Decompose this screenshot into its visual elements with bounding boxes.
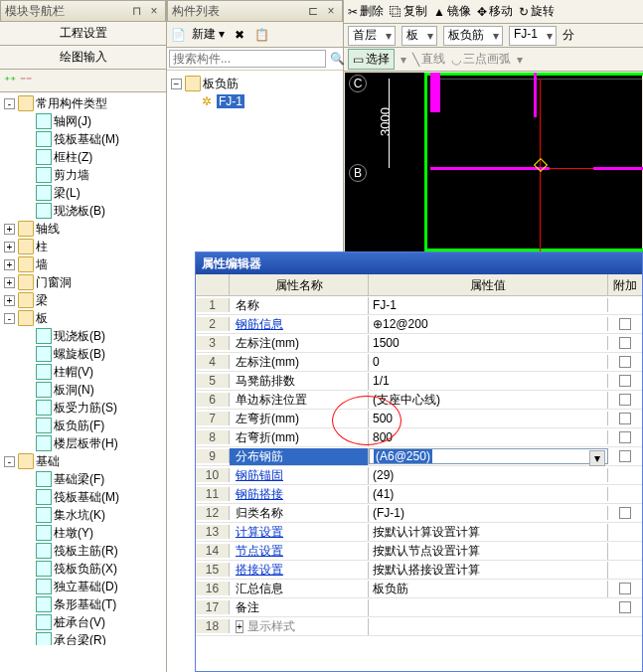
property-name[interactable]: 钢筋搭接	[230, 486, 369, 503]
property-name[interactable]: 钢筋信息	[230, 316, 369, 333]
property-value[interactable]: FJ-1	[369, 298, 608, 312]
tab-draw-input[interactable]: 绘图输入	[0, 46, 166, 69]
property-value[interactable]: ⊕12@200	[369, 317, 608, 331]
tree-row[interactable]: -基础	[0, 452, 166, 470]
property-name[interactable]: 汇总信息	[230, 581, 369, 597]
tree-row[interactable]: 集水坑(K)	[0, 506, 166, 524]
tree-row[interactable]: 桩承台(V)	[0, 613, 166, 631]
tree-row[interactable]: 现浇板(B)	[0, 202, 166, 220]
tree-row[interactable]: 筏板基础(M)	[0, 488, 166, 506]
checkbox[interactable]	[619, 450, 631, 462]
property-row[interactable]: 13计算设置按默认计算设置计算	[196, 523, 642, 542]
property-row[interactable]: 6单边标注位置(支座中心线)	[196, 391, 642, 410]
property-value[interactable]: 按默认搭接设置计算	[369, 562, 608, 579]
property-value[interactable]: (29)	[369, 468, 608, 482]
tree-item[interactable]: ✲ FJ-1	[171, 92, 339, 110]
property-name[interactable]: 搭接设置	[230, 562, 369, 579]
property-name[interactable]: 左弯折(mm)	[230, 411, 369, 427]
tree-row[interactable]: 筏板主筋(R)	[0, 542, 166, 560]
property-value[interactable]: (41)	[369, 487, 608, 501]
expand-toggle[interactable]: -	[4, 313, 15, 324]
property-value[interactable]: (FJ-1)	[369, 506, 608, 520]
tree-row[interactable]: +梁	[0, 291, 166, 309]
property-value[interactable]: 500	[369, 412, 608, 425]
property-row[interactable]: 3左标注(mm)1500	[196, 334, 642, 353]
property-row[interactable]: 17备注	[196, 598, 642, 617]
property-name[interactable]: 单边标注位置	[230, 392, 369, 409]
collapse-toggle[interactable]: −	[171, 79, 182, 89]
close-icon[interactable]: ×	[147, 4, 161, 18]
search-input[interactable]	[169, 50, 326, 68]
tree-row[interactable]: 框柱(Z)	[0, 148, 166, 166]
checkbox[interactable]	[619, 394, 631, 406]
checkbox[interactable]	[619, 583, 631, 594]
tree-row[interactable]: 基础梁(F)	[0, 470, 166, 488]
property-row[interactable]: 8右弯折(mm)800	[196, 428, 642, 447]
tree-row[interactable]: 柱帽(V)	[0, 363, 166, 381]
checkbox[interactable]	[619, 375, 631, 387]
property-name[interactable]: 分布钢筋	[230, 448, 369, 465]
delete-icon[interactable]: ✖	[231, 26, 248, 44]
property-value[interactable]: 板负筋	[369, 581, 608, 597]
property-value[interactable]: 1500	[369, 336, 608, 350]
select-button[interactable]: ▭ 选择	[348, 49, 395, 70]
tree-row[interactable]: 板洞(N)	[0, 381, 166, 399]
property-value[interactable]: 0	[369, 355, 608, 369]
tree-row[interactable]: 梁(L)	[0, 184, 166, 202]
expand-toggle[interactable]: +	[4, 259, 15, 270]
arc-button[interactable]: ◡ 三点画弧	[451, 51, 511, 68]
property-value[interactable]: 按默认节点设置计算	[369, 543, 608, 560]
property-row[interactable]: 2钢筋信息⊕12@200	[196, 315, 642, 334]
property-row[interactable]: 16汇总信息板负筋	[196, 580, 642, 598]
collapse-icon[interactable]: ⁻⁻	[20, 74, 34, 87]
checkbox[interactable]	[619, 318, 631, 330]
property-row[interactable]: 18+显示样式	[196, 617, 642, 636]
checkbox[interactable]	[619, 601, 631, 613]
tree-row[interactable]: +门窗洞	[0, 273, 166, 291]
delete-button[interactable]: ✂删除	[348, 3, 384, 20]
tree-row[interactable]: -板	[0, 309, 166, 327]
tree-row[interactable]: 板受力筋(S)	[0, 399, 166, 417]
tree-row[interactable]: +轴线	[0, 220, 166, 238]
tree-row[interactable]: 板负筋(F)	[0, 417, 166, 434]
expand-toggle[interactable]: -	[4, 98, 15, 109]
pin-icon[interactable]: ⊓	[129, 4, 143, 18]
property-value[interactable]: (A6@250)	[369, 448, 608, 464]
copy-button[interactable]: ⿻复制	[390, 3, 427, 20]
tree-row[interactable]: 柱墩(Y)	[0, 524, 166, 542]
line-button[interactable]: ╲ 直线	[412, 51, 445, 68]
property-name[interactable]: 名称	[230, 297, 369, 314]
expand-toggle[interactable]: -	[4, 456, 15, 467]
expand-toggle[interactable]: +	[4, 242, 15, 252]
property-name[interactable]: 马凳筋排数	[230, 373, 369, 390]
property-row[interactable]: 10钢筋锚固(29)	[196, 466, 642, 485]
property-row[interactable]: 11钢筋搭接(41)	[196, 485, 642, 504]
property-name[interactable]: 归类名称	[230, 505, 369, 522]
pin-icon[interactable]: ⊏	[306, 4, 320, 18]
property-row[interactable]: 4左标注(mm)0	[196, 353, 642, 372]
tree-row[interactable]: 条形基础(T)	[0, 595, 166, 613]
property-value[interactable]: (支座中心线)	[369, 392, 608, 409]
drawing-canvas[interactable]: C B 3000	[345, 73, 642, 252]
property-row[interactable]: 1名称FJ-1	[196, 296, 642, 315]
property-row[interactable]: 12归类名称(FJ-1)	[196, 504, 642, 523]
copy-icon[interactable]: 📋	[250, 26, 273, 44]
tree-row[interactable]: 剪力墙	[0, 166, 166, 184]
checkbox[interactable]	[619, 413, 631, 424]
property-row[interactable]: 9分布钢筋(A6@250)	[196, 447, 642, 466]
move-button[interactable]: ✥移动	[477, 3, 513, 20]
property-name[interactable]: 钢筋锚固	[230, 467, 369, 484]
property-name[interactable]: 左标注(mm)	[230, 354, 369, 371]
tree-row[interactable]: +柱	[0, 238, 166, 255]
property-name[interactable]: 计算设置	[230, 524, 369, 541]
new-button[interactable]: 新建 ▾	[188, 24, 229, 45]
property-name[interactable]: 左标注(mm)	[230, 335, 369, 352]
checkbox[interactable]	[619, 431, 631, 443]
layer-dropdown[interactable]: 首层	[348, 26, 396, 46]
expand-toggle[interactable]: +	[4, 277, 15, 288]
property-name[interactable]: +显示样式	[230, 618, 369, 635]
property-row[interactable]: 5马凳筋排数1/1	[196, 372, 642, 391]
tree-row[interactable]: 现浇板(B)	[0, 327, 166, 345]
property-name[interactable]: 节点设置	[230, 543, 369, 560]
property-value[interactable]: 按默认计算设置计算	[369, 524, 608, 541]
